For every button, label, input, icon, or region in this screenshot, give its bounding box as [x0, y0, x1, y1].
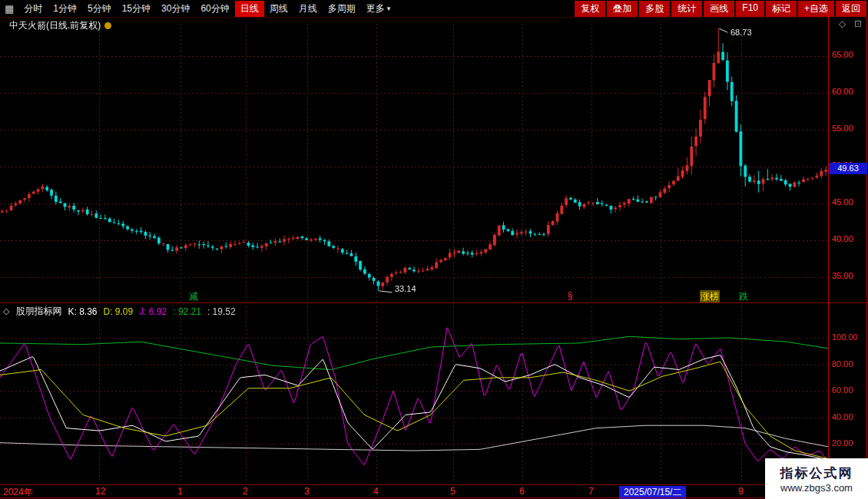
btn-adjust-price[interactable]: 复权 [575, 1, 605, 17]
watermark-title: 指标公式网 [780, 464, 853, 482]
chevron-down-icon: ▾ [387, 5, 391, 12]
indicator-name[interactable]: 股朋指标网 [15, 305, 61, 318]
watermark: 指标公式网 www.zbgs3.com [765, 458, 868, 499]
indicator-value-d: D: 9.09 [104, 306, 134, 317]
indicator-value-b: : 19.52 [207, 306, 236, 317]
candlestick-chart[interactable] [0, 18, 828, 304]
time-label-jan: 1 [177, 486, 183, 497]
time-label-jul: 7 [588, 486, 594, 497]
indicator-axis-label: 80.00 [832, 359, 853, 368]
marker-jian: 减 [189, 290, 198, 303]
time-label-jun: 6 [519, 486, 525, 497]
tab-daily[interactable]: 日线 [235, 1, 264, 17]
indicator-axis-label: 100.00 [832, 332, 858, 342]
indicator-value-g: : 92.21 [173, 306, 201, 317]
btn-overlay[interactable]: 叠加 [607, 1, 638, 17]
time-axis-top-line [0, 484, 868, 485]
indicator-value-k: K: 8.36 [68, 306, 97, 317]
watermark-url: www.zbgs3.com [780, 482, 853, 494]
toolbar: ▦ 分时 1分钟 5分钟 15分钟 30分钟 60分钟 日线 周线 月线 多周期… [0, 0, 868, 17]
grid-window-icon[interactable]: ▦ [0, 3, 18, 15]
tab-5min[interactable]: 5分钟 [82, 1, 117, 17]
marker-die: 跌 [739, 290, 748, 303]
price-axis-label: 65.00 [832, 50, 853, 59]
tab-monthly[interactable]: 月线 [293, 1, 323, 17]
bottom-edge-line [0, 497, 868, 498]
panel-divider-line [0, 302, 868, 303]
time-label-mar: 3 [304, 486, 310, 497]
time-label-apr: 4 [373, 486, 379, 497]
indicator-header: ◇ 股朋指标网 K: 8.36 D: 9.09 J: 6.92 : 92.21 … [3, 305, 236, 318]
annotation-high-price: 68.73 [731, 28, 752, 37]
time-axis: 2024年 12 1 2 3 4 5 6 7 2025/07/15/二 9 [0, 485, 868, 497]
diamond-icon[interactable]: ◇ [839, 18, 846, 29]
indicator-value-j: J: 6.92 [139, 306, 167, 317]
indicator-panel [0, 303, 828, 484]
btn-multi-stock[interactable]: 多股 [639, 1, 670, 17]
marker-signal: § [568, 290, 573, 301]
tab-30min[interactable]: 30分钟 [156, 1, 195, 17]
marker-zhangbang: 涨榜 [700, 290, 720, 303]
annotation-low-price: 33.14 [395, 284, 416, 293]
kdj-indicator-chart[interactable] [0, 303, 828, 484]
indicator-axis-label: 60.00 [832, 385, 853, 395]
indicator-axis-label: 20.00 [832, 438, 853, 448]
chart-title-text: 中天火箭(日线.前复权) [9, 19, 101, 32]
maximize-pane-icon[interactable]: ⊡ [854, 18, 862, 29]
tab-fenshi[interactable]: 分时 [18, 1, 48, 17]
indicator-axis-label: 40.00 [832, 412, 853, 421]
gold-dot-icon [104, 22, 111, 29]
time-label-dec: 12 [95, 486, 105, 497]
last-price-badge: 49.63 [829, 163, 867, 174]
time-label-feb: 2 [243, 486, 248, 497]
collapse-diamond-icon[interactable]: ◇ [3, 306, 9, 316]
main-chart-panel [0, 17, 828, 304]
price-axis-label: 45.00 [832, 197, 853, 207]
btn-f10[interactable]: F10 [736, 1, 764, 17]
toolbar-right-group: 复权 叠加 多股 统计 画线 F10 标记 +自选 返回 [575, 1, 868, 17]
btn-statistics[interactable]: 统计 [671, 1, 702, 17]
btn-mark[interactable]: 标记 [766, 1, 797, 17]
tab-15min[interactable]: 15分钟 [117, 1, 156, 17]
tab-more[interactable]: 更多 [361, 1, 390, 17]
time-label-sep: 9 [738, 486, 744, 497]
time-label-may: 5 [450, 486, 456, 497]
axis-divider-line [828, 17, 829, 499]
btn-back[interactable]: 返回 [836, 1, 866, 17]
btn-add-watchlist[interactable]: +自选 [798, 1, 834, 17]
price-axis-label: 55.00 [832, 124, 853, 133]
chart-title: 中天火箭(日线.前复权) [9, 19, 111, 32]
tab-multi-period[interactable]: 多周期 [323, 1, 361, 17]
tab-60min[interactable]: 60分钟 [195, 1, 234, 17]
price-axis-label: 40.00 [832, 234, 853, 243]
price-axis-label: 35.00 [832, 271, 853, 280]
price-axis-label: 60.00 [832, 87, 853, 96]
tab-weekly[interactable]: 周线 [264, 1, 293, 17]
right-edge-line [866, 17, 867, 499]
tab-1min[interactable]: 1分钟 [48, 1, 82, 17]
btn-draw-line[interactable]: 画线 [704, 1, 734, 17]
